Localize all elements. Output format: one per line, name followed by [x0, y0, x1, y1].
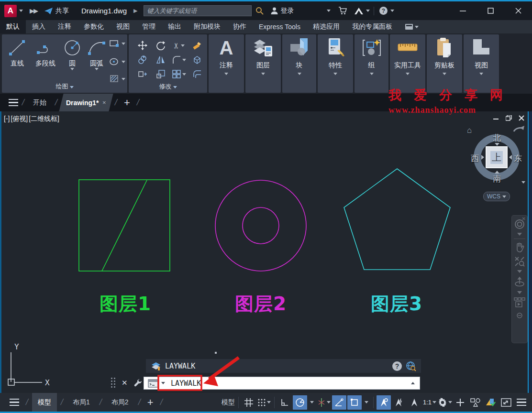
- app-menu-caret-icon[interactable]: [19, 10, 23, 12]
- rotate-icon[interactable]: [156, 41, 166, 50]
- command-suggestion-row[interactable]: LAYWALK ?: [146, 359, 421, 373]
- app-menu-button[interactable]: A: [4, 5, 17, 17]
- workspace-switch-button[interactable]: [438, 395, 452, 410]
- layer1-text[interactable]: 图层1: [68, 291, 183, 317]
- fillet-button[interactable]: [172, 55, 186, 65]
- file-tabs-menu-button[interactable]: [9, 99, 18, 107]
- object-snap-toggle[interactable]: [347, 395, 362, 410]
- utilities-caret-icon[interactable]: [406, 73, 410, 75]
- mirror-icon[interactable]: [156, 55, 166, 65]
- title-flyout-icon[interactable]: ▶: [133, 8, 137, 14]
- panel-properties[interactable]: 特性: [318, 34, 353, 93]
- osnap-caret-button[interactable]: [363, 395, 370, 410]
- account-caret-icon[interactable]: [327, 10, 331, 12]
- group-caret-icon[interactable]: [370, 73, 374, 75]
- tab-express-tools[interactable]: Express Tools: [253, 20, 307, 33]
- command-input-bar[interactable]: LAYWALK: [144, 377, 420, 390]
- command-recent-caret-icon[interactable]: [161, 382, 165, 384]
- panel-view[interactable]: 视图: [464, 34, 499, 93]
- model-space-button[interactable]: 模型: [221, 395, 235, 410]
- command-grip-handle[interactable]: [111, 378, 116, 388]
- properties-caret-icon[interactable]: [333, 73, 337, 75]
- ribbon-display-toggle[interactable]: [405, 20, 419, 33]
- store-button[interactable]: [338, 7, 347, 15]
- tab-view[interactable]: 视图: [110, 20, 136, 33]
- drawing-canvas[interactable]: [-] [俯视] [二维线框] ⌂ 北 南 西 东 上 WCS ✕: [0, 111, 532, 393]
- new-layout-button[interactable]: +: [147, 396, 154, 409]
- isodraft-toggle[interactable]: [317, 395, 331, 410]
- view-caret-icon[interactable]: [479, 73, 483, 75]
- stretch-icon[interactable]: [138, 69, 147, 79]
- ortho-toggle[interactable]: [277, 395, 292, 410]
- tab-my-panel[interactable]: 我的专属面板: [346, 20, 399, 33]
- tab-layout2[interactable]: 布局2: [106, 393, 134, 412]
- clipboard-caret-icon[interactable]: [443, 73, 446, 75]
- polyline-tool-button[interactable]: 多段线: [30, 38, 61, 68]
- polar-caret-button[interactable]: [308, 395, 316, 410]
- offset-icon[interactable]: [192, 69, 202, 79]
- panel-groups[interactable]: 组: [355, 34, 388, 93]
- move-icon[interactable]: [138, 41, 147, 50]
- annotation-scale-dropdown[interactable]: 1:1: [422, 395, 437, 410]
- line-tool-button[interactable]: 直线: [5, 38, 30, 68]
- tab-parametric[interactable]: 参数化: [78, 20, 110, 33]
- grid-toggle[interactable]: [242, 395, 256, 410]
- layout-menu-button[interactable]: [10, 399, 19, 406]
- command-help-icon[interactable]: ?: [392, 361, 402, 371]
- panel-modify-title[interactable]: 修改: [129, 82, 207, 91]
- annotation-autoscale-toggle[interactable]: [392, 395, 406, 410]
- osnap-tracking-toggle[interactable]: [332, 395, 346, 410]
- panel-utilities[interactable]: 实用工具: [390, 34, 425, 93]
- command-close-icon[interactable]: ✕: [122, 379, 128, 387]
- graphics-performance-button[interactable]: [484, 395, 498, 410]
- layer2-text[interactable]: 图层2: [203, 291, 318, 317]
- help-button[interactable]: ?: [379, 6, 394, 15]
- annotation-monitor-button[interactable]: [453, 395, 467, 410]
- search-button[interactable]: [255, 7, 264, 15]
- share-button[interactable]: 共享: [44, 7, 69, 15]
- array-button[interactable]: [172, 69, 186, 79]
- command-typed-text[interactable]: LAYWALK: [171, 379, 201, 388]
- layer2-inner-circle[interactable]: [243, 207, 279, 244]
- tab-home[interactable]: 默认: [0, 20, 26, 33]
- rectangle-tool-button[interactable]: [109, 39, 125, 48]
- snap-toggle[interactable]: [257, 395, 271, 410]
- layer2-outer-circle[interactable]: [215, 180, 306, 271]
- polar-tracking-toggle[interactable]: [293, 395, 307, 410]
- arc-tool-button[interactable]: 圆弧: [84, 38, 109, 70]
- tab-close-icon[interactable]: ×: [103, 99, 107, 106]
- tab-featured-apps[interactable]: 精选应用: [307, 20, 346, 33]
- ellipse-tool-button[interactable]: [109, 57, 125, 66]
- customize-statusbar-button[interactable]: [514, 395, 529, 410]
- quick-access-expand-button[interactable]: ▶▶: [30, 7, 37, 14]
- copy-icon[interactable]: [138, 55, 147, 65]
- tab-addins[interactable]: 附加模块: [188, 20, 227, 33]
- autodesk-app-button[interactable]: [354, 7, 370, 15]
- panel-layers[interactable]: 图层: [245, 34, 281, 93]
- help-search-field[interactable]: [144, 5, 252, 16]
- tab-model[interactable]: 模型: [32, 393, 57, 412]
- internet-search-icon[interactable]: [406, 361, 416, 371]
- clean-screen-button[interactable]: [499, 395, 513, 410]
- circle-flyout-caret-icon[interactable]: [70, 68, 74, 70]
- new-drawing-button[interactable]: +: [124, 97, 130, 109]
- panel-annotation[interactable]: A 注释: [209, 34, 244, 93]
- layer1-line[interactable]: [102, 180, 147, 271]
- scale-icon[interactable]: [156, 69, 166, 79]
- maximize-button[interactable]: [477, 1, 504, 20]
- panel-clipboard[interactable]: 剪贴板: [427, 34, 462, 93]
- tab-layout1[interactable]: 布局1: [67, 393, 96, 412]
- tab-annotate[interactable]: 注释: [52, 20, 78, 33]
- search-input[interactable]: [144, 5, 252, 16]
- tab-output[interactable]: 输出: [162, 20, 188, 33]
- panel-draw-title[interactable]: 绘图: [2, 82, 127, 91]
- layer3-text[interactable]: 图层3: [339, 291, 454, 317]
- layers-caret-icon[interactable]: [261, 73, 265, 75]
- close-button[interactable]: [504, 1, 532, 20]
- isolate-objects-button[interactable]: [468, 395, 483, 410]
- explode-box-icon[interactable]: [192, 55, 202, 65]
- annotation-visibility-toggle[interactable]: [377, 395, 391, 410]
- panel-block[interactable]: 块: [282, 34, 316, 93]
- minimize-button[interactable]: [449, 1, 477, 20]
- tab-start[interactable]: 开始: [28, 94, 51, 111]
